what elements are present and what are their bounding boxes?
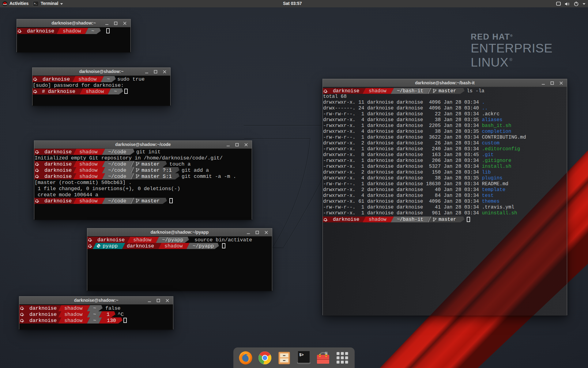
svg-text:$>: $>	[299, 353, 303, 357]
svg-text:>_: >_	[34, 2, 37, 5]
